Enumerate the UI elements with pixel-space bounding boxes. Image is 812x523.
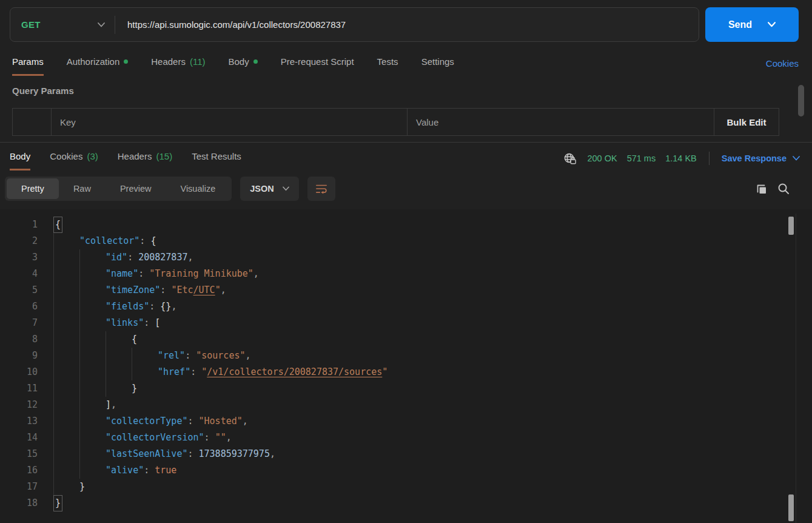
tab-pre-request-script[interactable]: Pre-request Script [281, 56, 354, 76]
globe-lock-icon[interactable] [563, 152, 577, 165]
json-token-box: { [53, 217, 62, 233]
code-line: 7"links": [ [0, 315, 812, 331]
line-number: 7 [0, 315, 38, 331]
send-options-chevron-icon[interactable] [768, 22, 776, 27]
tab-label: Cookies [50, 151, 82, 161]
indent-guide [53, 479, 79, 495]
code-scrollbar-thumb[interactable] [788, 217, 794, 235]
tab-authorization[interactable]: Authorization [67, 56, 129, 76]
response-time[interactable]: 571 ms [627, 154, 656, 163]
response-tab-body[interactable]: Body [10, 151, 30, 170]
save-response-chevron-icon[interactable] [793, 156, 800, 161]
status-badge[interactable]: 200 OK [587, 154, 617, 163]
json-link[interactable]: /UTC [193, 282, 215, 299]
param-value-column-header[interactable]: Value [408, 109, 714, 135]
url-input-container: GET https://api.sumologic.com/api/v1/col… [10, 7, 699, 42]
view-preview[interactable]: Preview [106, 178, 166, 199]
indent-guide [53, 282, 79, 299]
code-line: 15"lastSeenAlive": 1738859377975, [0, 446, 812, 462]
response-tab-headers[interactable]: Headers(15) [118, 151, 172, 170]
json-token-str: "Hosted" [199, 413, 243, 430]
line-number: 5 [0, 282, 38, 299]
tab-label: Settings [421, 56, 454, 67]
tab-params[interactable]: Params [12, 56, 44, 76]
request-tabs: ParamsAuthorizationHeaders(11)BodyPre-re… [0, 42, 812, 76]
param-select-column[interactable] [13, 109, 52, 135]
indent-guide [79, 446, 106, 462]
copy-response-button[interactable] [754, 182, 768, 196]
line-number: 18 [0, 495, 38, 511]
json-token-brace: } [79, 479, 85, 495]
url-input[interactable]: https://api.sumologic.com/api/v1/collect… [127, 19, 346, 30]
tab-tests[interactable]: Tests [377, 56, 398, 76]
view-mode-switcher: PrettyRawPreviewVisualize [5, 177, 232, 201]
code-line: 8{ [0, 331, 812, 348]
green-dot-badge [124, 59, 128, 64]
code-line: 3"id": 200827837, [0, 249, 812, 266]
postman-request-window: GET https://api.sumologic.com/api/v1/col… [0, 0, 812, 523]
format-dropdown[interactable]: JSON [240, 177, 299, 201]
json-token-str: " [201, 364, 207, 380]
line-content: "collector": { [53, 233, 156, 249]
tab-label: Body [10, 151, 30, 161]
response-size[interactable]: 1.14 KB [665, 154, 697, 163]
view-visualize[interactable]: Visualize [166, 178, 230, 199]
send-button[interactable]: Send [705, 7, 799, 42]
tab-label: Body [229, 56, 249, 67]
query-params-table: Key Value Bulk Edit [12, 108, 779, 136]
response-tab-cookies[interactable]: Cookies(3) [50, 151, 98, 170]
pane-scrollbar-thumb[interactable] [788, 494, 794, 521]
meta-divider [709, 152, 710, 165]
code-line: 11} [0, 380, 812, 397]
json-token-brace: [ [155, 315, 160, 331]
view-pretty[interactable]: Pretty [7, 178, 59, 199]
code-line: 14"collectorVersion": "", [0, 430, 812, 446]
indent-guide [79, 282, 106, 299]
indent-guide [53, 364, 79, 380]
line-content: { [53, 331, 137, 348]
view-raw[interactable]: Raw [59, 178, 106, 199]
search-response-button[interactable] [777, 182, 790, 195]
indent-guide [53, 397, 79, 413]
send-button-label: Send [728, 19, 752, 30]
response-section: BodyCookies(3)Headers(15)Test Results 20… [0, 142, 812, 523]
tab-label: Pre-request Script [281, 56, 354, 67]
indent-guide [106, 364, 132, 380]
line-number: 6 [0, 299, 38, 315]
indent-guide [79, 397, 106, 413]
json-token-key: "rel" [158, 348, 185, 364]
indent-guide [79, 462, 106, 479]
indent-guide [79, 380, 106, 397]
line-number: 13 [0, 413, 38, 430]
query-params-title: Query Params [12, 86, 800, 96]
search-icon [777, 182, 790, 195]
cookies-link[interactable]: Cookies [766, 58, 799, 76]
code-line: 17} [0, 479, 812, 495]
indent-guide [132, 348, 158, 364]
code-line: 16"alive": true [0, 462, 812, 479]
indent-guide [53, 266, 79, 282]
bulk-edit-button[interactable]: Bulk Edit [714, 109, 779, 135]
indent-guide [53, 249, 79, 266]
json-token-punc: : [139, 233, 150, 249]
format-label: JSON [250, 184, 274, 194]
indent-guide [53, 348, 79, 364]
save-response-button[interactable]: Save Response [722, 154, 800, 163]
tab-settings[interactable]: Settings [421, 56, 454, 76]
indent-guide [79, 299, 106, 315]
page-scrollbar[interactable] [798, 85, 804, 116]
response-tab-test-results[interactable]: Test Results [192, 151, 241, 170]
tab-body[interactable]: Body [229, 56, 258, 76]
indent-guide [79, 331, 106, 348]
json-link[interactable]: /v1/collectors/200827837/sources [207, 364, 382, 380]
param-key-column-header[interactable]: Key [52, 109, 408, 135]
indent-guide [53, 299, 79, 315]
method-selector[interactable]: GET [10, 19, 115, 30]
response-body-editor[interactable]: 1{2"collector": {3"id": 200827837,4"name… [0, 209, 812, 523]
json-token-key: "fields" [106, 299, 149, 315]
indent-guide [79, 249, 106, 266]
response-header: BodyCookies(3)Headers(15)Test Results 20… [0, 143, 812, 170]
tab-headers[interactable]: Headers(11) [151, 56, 205, 76]
wrap-text-button[interactable] [307, 177, 335, 201]
wrap-text-icon [315, 183, 328, 195]
